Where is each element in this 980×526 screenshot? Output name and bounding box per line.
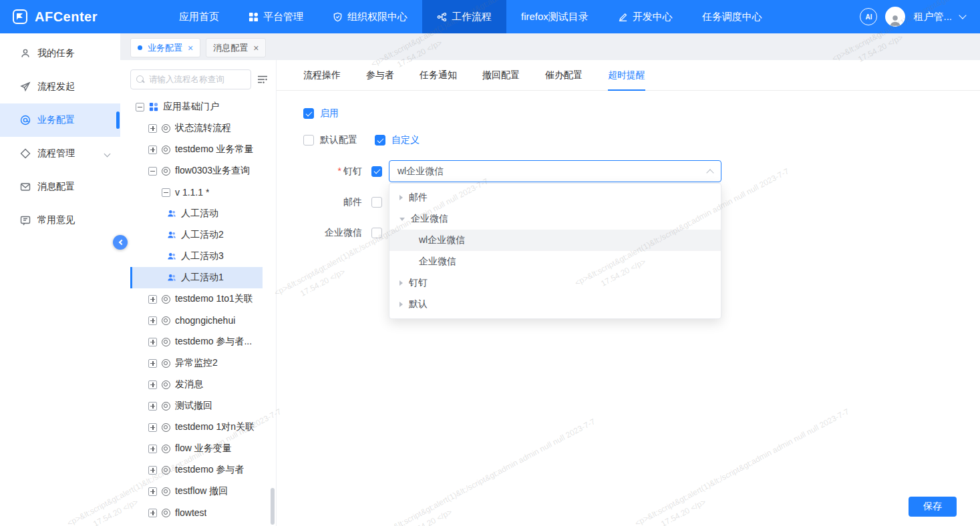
default-config-checkbox[interactable] — [303, 135, 314, 146]
collapse-sidebar-button[interactable] — [113, 235, 128, 250]
tree-item-label: 人工活动2 — [181, 229, 224, 241]
option-label: wl企业微信 — [419, 234, 465, 246]
nav-item-dev-center[interactable]: 开发中心 — [603, 0, 687, 33]
expand-toggle-icon[interactable] — [148, 402, 157, 411]
page-tab-business-config[interactable]: 业务配置 — [130, 38, 200, 57]
collapse-toggle-icon[interactable] — [148, 167, 157, 176]
sidebar-item-business-config[interactable]: 业务配置 — [0, 103, 120, 137]
expand-toggle-icon[interactable] — [148, 338, 157, 346]
custom-checkbox[interactable] — [375, 135, 385, 146]
expand-toggle-icon[interactable] — [148, 445, 157, 453]
tree-item-selected[interactable]: 人工活动1 — [130, 267, 263, 288]
tab-process-operations[interactable]: 流程操作 — [303, 60, 341, 90]
tree-item[interactable]: 异常监控2 — [130, 352, 263, 374]
expand-toggle-icon[interactable] — [148, 466, 157, 475]
sidebar-item-process-start[interactable]: 流程发起 — [0, 70, 120, 103]
search-input[interactable] — [149, 75, 245, 84]
nav-item-firefox-test-dir[interactable]: firefox测试目录 — [506, 0, 603, 33]
expand-toggle-icon[interactable] — [148, 487, 157, 496]
expand-toggle-icon[interactable] — [148, 295, 157, 304]
page-tab-message-config[interactable]: 消息配置 — [206, 38, 266, 57]
dropdown-option-dingtalk[interactable]: 钉钉 — [389, 272, 721, 294]
caret-right-icon[interactable] — [399, 302, 403, 307]
nav-item-app-home[interactable]: 应用首页 — [164, 0, 234, 33]
collapse-toggle-icon[interactable] — [136, 103, 144, 111]
tree-item-label: testflow 撤回 — [175, 485, 228, 497]
sidebar-item-message-config[interactable]: 消息配置 — [0, 170, 120, 204]
notify-channel-select[interactable]: wl企业微信 — [389, 160, 721, 182]
brand[interactable]: AFCenter — [0, 9, 120, 25]
tab-urge-config[interactable]: 催办配置 — [545, 60, 583, 90]
caret-right-icon[interactable] — [399, 280, 403, 286]
nav-label: 任务调度中心 — [702, 11, 762, 23]
tree-item[interactable]: testdemo 业务常量 — [130, 139, 263, 160]
save-button[interactable]: 保存 — [909, 497, 957, 517]
sidebar-item-common-opinions[interactable]: 常用意见 — [0, 204, 120, 237]
tab-label: 超时提醒 — [608, 69, 645, 81]
tree-item[interactable]: 人工活动 — [130, 203, 263, 224]
wechat-checkbox[interactable] — [371, 228, 382, 238]
tree-item[interactable]: flow0303业务查询 — [130, 160, 263, 182]
tree-item[interactable]: 应用基础门户 — [130, 96, 263, 117]
logo-icon — [12, 9, 28, 25]
tree-item[interactable]: 发消息 — [130, 374, 263, 395]
sidebar-item-my-tasks[interactable]: 我的任务 — [0, 37, 120, 70]
expand-toggle-icon[interactable] — [148, 146, 157, 154]
tab-timeout-reminder[interactable]: 超时提醒 — [608, 60, 645, 90]
tree-item[interactable]: testflow 撤回 — [130, 481, 263, 502]
tree-scrollbar-thumb[interactable] — [271, 488, 275, 525]
tree-item[interactable]: 测试撤回 — [130, 395, 263, 417]
expand-toggle-icon[interactable] — [148, 380, 157, 389]
required-mark: * — [338, 166, 341, 176]
ai-assistant-icon[interactable]: AI — [860, 8, 877, 25]
expand-toggle-icon[interactable] — [148, 359, 157, 368]
tree-item[interactable]: testdemo 参与者 — [130, 459, 263, 481]
process-icon — [162, 380, 170, 389]
chevron-down-icon[interactable] — [959, 11, 966, 19]
tab-withdraw-config[interactable]: 撤回配置 — [482, 60, 520, 90]
enable-checkbox[interactable] — [303, 108, 314, 119]
dropdown-option-default[interactable]: 默认 — [389, 294, 721, 315]
expand-toggle-icon[interactable] — [148, 509, 157, 517]
caret-right-icon[interactable] — [399, 195, 403, 200]
filter-icon[interactable] — [257, 75, 268, 84]
tree-item[interactable]: 人工活动2 — [130, 224, 263, 246]
tree-item[interactable]: testdemo 1to1关联 — [130, 288, 263, 310]
tree-item[interactable]: 人工活动3 — [130, 246, 263, 267]
expand-toggle-icon[interactable] — [148, 423, 157, 432]
mail-checkbox[interactable] — [371, 197, 382, 208]
expand-toggle-icon[interactable] — [148, 124, 157, 133]
nav-item-workflow[interactable]: 工作流程 — [422, 0, 506, 33]
dropdown-option-mail[interactable]: 邮件 — [389, 187, 721, 208]
tree-item[interactable]: chogngichehui — [130, 310, 263, 331]
avatar[interactable] — [885, 7, 905, 27]
option-label: 企业微信 — [419, 256, 456, 268]
tree-item[interactable]: testdemo 1对n关联 — [130, 417, 263, 438]
collapse-toggle-icon[interactable] — [162, 188, 170, 197]
sidebar-item-process-mgmt[interactable]: 流程管理 — [0, 137, 120, 170]
tree-item[interactable]: 状态流转流程 — [130, 117, 263, 139]
option-label: 企业微信 — [411, 213, 448, 225]
process-icon — [162, 124, 170, 133]
tab-participants[interactable]: 参与者 — [366, 60, 394, 90]
dropdown-option-wl-wechat[interactable]: wl企业微信 — [389, 230, 721, 251]
dropdown-option-wechat[interactable]: 企业微信 — [389, 251, 721, 272]
dropdown-option-wechat-group[interactable]: 企业微信 — [389, 208, 721, 230]
expand-toggle-icon[interactable] — [148, 316, 157, 325]
nav-item-task-schedule-center[interactable]: 任务调度中心 — [687, 0, 777, 33]
tree-item[interactable]: flowtest — [130, 502, 263, 523]
tree-item-label: testdemo 业务常量 — [175, 144, 253, 156]
tree-item[interactable]: testdemo 参与者... — [130, 331, 263, 352]
user-name[interactable]: 租户管... — [913, 11, 952, 23]
nav-item-platform-mgmt[interactable]: 平台管理 — [234, 0, 318, 33]
diamond-icon — [20, 148, 31, 159]
tab-task-notification[interactable]: 任务通知 — [420, 60, 457, 90]
close-icon[interactable] — [253, 43, 259, 53]
caret-down-icon[interactable] — [399, 218, 405, 221]
tree-item[interactable]: v 1.1.1 * — [130, 182, 263, 203]
tree-item[interactable]: flow 业务变量 — [130, 438, 263, 459]
dingtalk-checkbox[interactable] — [371, 166, 382, 177]
nav-item-org-auth-center[interactable]: 组织权限中心 — [318, 0, 422, 33]
close-icon[interactable] — [188, 43, 193, 53]
nav-label: 应用首页 — [179, 11, 219, 23]
